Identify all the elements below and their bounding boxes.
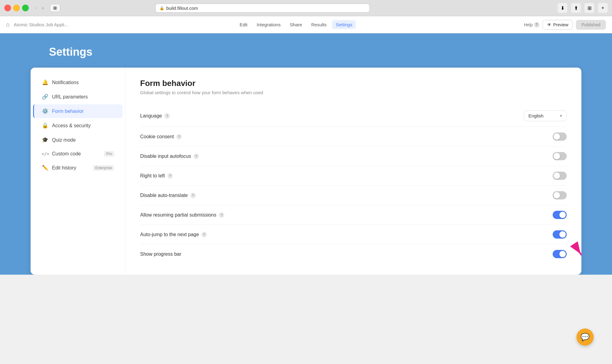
toggle-knob: [554, 192, 560, 199]
preview-button[interactable]: 👁 Preview: [543, 20, 573, 30]
sidebar-label-url-parameters: URL parameters: [52, 94, 88, 100]
nav-settings[interactable]: Settings: [332, 20, 356, 29]
toggle-knob: [559, 212, 566, 218]
auto-jump-help-icon[interactable]: ?: [201, 232, 207, 237]
published-button[interactable]: Published: [576, 20, 606, 30]
autofocus-label: Disable input autofocus ?: [140, 154, 553, 159]
code-icon: </>: [42, 151, 48, 156]
nav-share[interactable]: Share: [286, 20, 306, 29]
auto-translate-help-icon[interactable]: ?: [190, 193, 196, 198]
resuming-row: Allow resuming partial submissions ?: [140, 205, 567, 225]
settings-header: Settings: [0, 46, 612, 68]
help-icon: ?: [534, 22, 539, 28]
help-button[interactable]: Help ?: [524, 22, 539, 28]
sidebar-label-quiz-mode: Quiz mode: [52, 137, 76, 143]
quiz-icon: 🎓: [42, 137, 48, 143]
sidebar-item-url-parameters[interactable]: 🔗 URL parameters: [33, 90, 123, 104]
close-button[interactable]: [4, 5, 11, 11]
lock-icon: 🔒: [159, 6, 164, 10]
autofocus-toggle[interactable]: [553, 152, 567, 160]
language-dropdown[interactable]: English ▾: [524, 110, 567, 121]
eye-icon: 👁: [547, 22, 551, 27]
app-nav: ⌂ Atomic Studios Job Appli... Edit Integ…: [0, 16, 612, 33]
autofocus-help-icon[interactable]: ?: [193, 154, 199, 159]
sidebar-item-form-behavior[interactable]: ⚙️ Form behavior: [33, 104, 123, 118]
url-display: build.fillout.com: [166, 6, 198, 11]
maximize-button[interactable]: [22, 5, 29, 11]
address-bar[interactable]: 🔒 build.fillout.com: [155, 4, 370, 13]
nav-arrows: ‹ ›: [34, 4, 46, 12]
auto-translate-toggle[interactable]: [553, 191, 567, 199]
nav-right: Help ? 👁 Preview Published: [524, 20, 606, 30]
rtl-help-icon[interactable]: ?: [167, 173, 173, 179]
nav-integrations[interactable]: Integrations: [253, 20, 284, 29]
rtl-toggle[interactable]: [553, 172, 567, 180]
sidebar-toggle[interactable]: ⊞: [50, 4, 60, 12]
progress-bar-text: Show progress bar: [140, 251, 181, 257]
resuming-toggle[interactable]: [553, 211, 567, 219]
browser-actions: ⬇ ⬆ ⊞ +: [558, 3, 608, 13]
auto-translate-label: Disable auto-translate ?: [140, 193, 553, 198]
preview-label: Preview: [553, 22, 569, 27]
sidebar-item-custom-code[interactable]: </> Custom code Pro: [33, 147, 123, 160]
app-title: Atomic Studios Job Appli...: [14, 22, 68, 27]
language-value: English: [528, 113, 543, 118]
custom-code-badge: Pro: [104, 151, 114, 157]
language-label-text: Language: [140, 113, 162, 119]
toggle-knob: [559, 251, 566, 257]
back-button[interactable]: ‹: [34, 4, 39, 12]
published-label: Published: [581, 22, 600, 27]
edit-icon: ✏️: [42, 165, 48, 171]
language-help-icon[interactable]: ?: [164, 113, 170, 119]
cookie-consent-help-icon[interactable]: ?: [176, 134, 182, 139]
page-footer-bg: [0, 275, 612, 364]
help-label: Help: [524, 22, 533, 27]
sidebar-item-edit-history[interactable]: ✏️ Edit history Enterprise: [33, 161, 123, 175]
traffic-lights: [4, 5, 29, 11]
language-label: Language ?: [140, 113, 524, 119]
edit-history-badge: Enterprise: [93, 165, 114, 171]
page-title: Settings: [49, 46, 612, 58]
browser-chrome: ‹ › ⊞ 🔒 build.fillout.com ⬇ ⬆ ⊞ +: [0, 0, 612, 16]
forward-button[interactable]: ›: [40, 4, 45, 12]
cookie-consent-row: Cookie consent ?: [140, 127, 567, 147]
auto-jump-text: Auto-jump to the next page: [140, 232, 199, 237]
sidebar-label-custom-code: Custom code: [52, 151, 81, 157]
settings-card: 🔔 Notifications 🔗 URL parameters: [31, 68, 581, 275]
nav-results[interactable]: Results: [308, 20, 330, 29]
link-icon: 🔗: [42, 94, 48, 100]
nav-edit[interactable]: Edit: [236, 20, 251, 29]
auto-jump-row: Auto-jump to the next page ?: [140, 225, 567, 244]
share-button[interactable]: ⬆: [571, 3, 581, 13]
sidebar-item-quiz-mode[interactable]: 🎓 Quiz mode: [33, 133, 123, 147]
rtl-text: Right to left: [140, 173, 165, 179]
sidebar-label-access-security: Access & security: [52, 123, 91, 128]
cookie-consent-label: Cookie consent ?: [140, 134, 553, 139]
autofocus-text: Disable input autofocus: [140, 154, 191, 159]
extensions-button[interactable]: ⊞: [584, 3, 594, 13]
language-row: Language ? English ▾: [140, 105, 567, 127]
new-tab-button[interactable]: +: [598, 3, 608, 13]
gear-icon: ⚙️: [42, 108, 48, 114]
rtl-label: Right to left ?: [140, 173, 553, 179]
auto-jump-label: Auto-jump to the next page ?: [140, 232, 553, 237]
progress-bar-toggle[interactable]: [553, 250, 567, 258]
progress-bar-row: Show progress bar: [140, 244, 567, 264]
auto-jump-toggle[interactable]: [553, 230, 567, 239]
toggle-knob: [559, 231, 566, 238]
sidebar-item-access-security[interactable]: 🔒 Access & security: [33, 119, 123, 132]
minimize-button[interactable]: [13, 5, 20, 11]
panel-title: Form behavior: [140, 79, 567, 88]
dropdown-arrow-icon: ▾: [560, 113, 562, 118]
download-button[interactable]: ⬇: [558, 3, 567, 13]
toggle-knob: [554, 173, 560, 179]
resuming-help-icon[interactable]: ?: [219, 212, 224, 218]
auto-translate-text: Disable auto-translate: [140, 193, 188, 198]
cookie-consent-toggle[interactable]: [553, 132, 567, 141]
chat-bubble[interactable]: 💬: [577, 329, 594, 346]
page-body: Settings 🔔 Notifications 🔗 URL parameter…: [0, 33, 612, 275]
sidebar-item-notifications[interactable]: 🔔 Notifications: [33, 76, 123, 89]
right-arrow-decoration: [567, 245, 581, 275]
resuming-text: Allow resuming partial submissions: [140, 212, 216, 218]
home-icon[interactable]: ⌂: [6, 21, 9, 28]
